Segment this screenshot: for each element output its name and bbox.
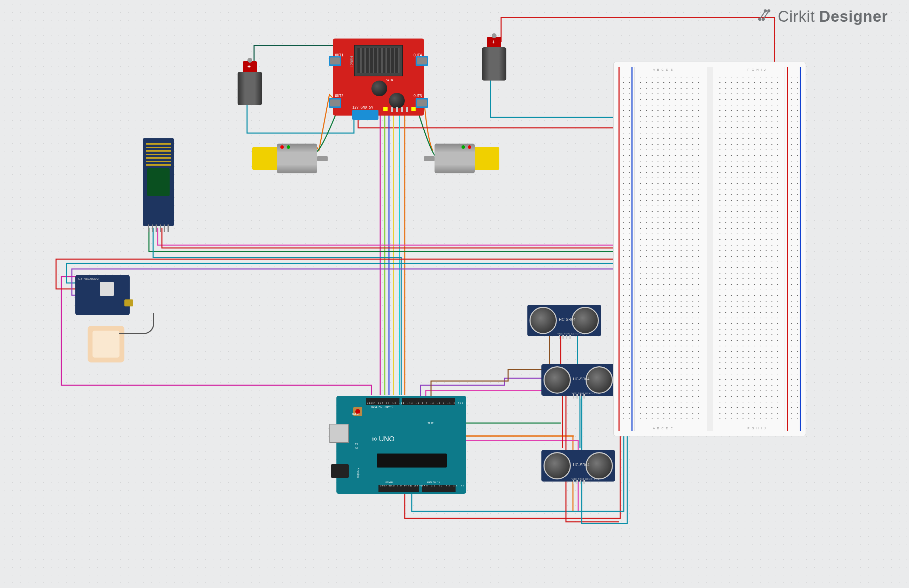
l298n-out2-label: OUT2 bbox=[335, 94, 343, 98]
arduino-atmega-chip bbox=[377, 454, 447, 467]
l298n-out4-label: OUT4 bbox=[414, 53, 422, 57]
l298n-motor-driver[interactable]: L298N OUT1 OUT2 OUT3 OUT4 12V GND 5V 5VE… bbox=[333, 39, 424, 116]
arduino-name-label: Arduino bbox=[357, 468, 359, 478]
gps-label: GY-NEO6MV2 bbox=[78, 277, 99, 281]
battery-body bbox=[482, 47, 506, 81]
gps-chip bbox=[100, 282, 114, 296]
hcsr04-transducer bbox=[529, 307, 557, 334]
hcsr04-label: HC-SR04 bbox=[573, 463, 589, 467]
l298n-out1-terminal[interactable] bbox=[329, 56, 341, 66]
hcsr04-pins[interactable] bbox=[558, 335, 572, 339]
hcsr04-sensor-1[interactable]: HC-SR04 VCC TRIG ECHO GND bbox=[527, 305, 601, 336]
arduino-model-label: UNO bbox=[379, 435, 394, 443]
hcsr04-pin-labels: VCC TRIG ECHO GND bbox=[571, 392, 600, 394]
arduino-analog-pin-labels: A0 A1 A2 A3 A4 A5 bbox=[424, 485, 466, 487]
logo-sub: Designer bbox=[819, 8, 888, 25]
hcsr04-transducer bbox=[543, 366, 571, 394]
arduino-digital-pin-labels: AREF GND 13 12 ~11 ~10 ~9 8 7 ~6 ~5 4 ~3… bbox=[367, 402, 473, 404]
hcsr04-label: HC-SR04 bbox=[559, 317, 576, 321]
svg-point-0 bbox=[759, 18, 761, 20]
hcsr04-pins[interactable] bbox=[572, 394, 586, 399]
hcsr04-transducer bbox=[543, 452, 571, 480]
l298n-out2-terminal[interactable] bbox=[329, 98, 341, 108]
gps-sma-connector bbox=[125, 299, 133, 307]
svg-point-1 bbox=[762, 18, 764, 20]
hc06-chip bbox=[147, 168, 170, 196]
l298n-capacitor bbox=[372, 81, 387, 96]
arduino-power-jack[interactable] bbox=[331, 464, 349, 478]
gps-neo6m-module[interactable]: GY-NEO6MV2 bbox=[75, 275, 129, 315]
hcsr04-sensor-2[interactable]: HC-SR04 VCC TRIG ECHO GND bbox=[542, 364, 615, 396]
battery-left[interactable]: + bbox=[238, 61, 262, 107]
hcsr04-transducer bbox=[571, 307, 599, 334]
gps-antenna-cable bbox=[119, 313, 154, 334]
l298n-control-pins[interactable] bbox=[382, 107, 417, 112]
arduino-reset-label: RESET bbox=[352, 412, 359, 415]
arduino-logo: ∞ UNO bbox=[372, 434, 395, 443]
plus-icon: + bbox=[247, 63, 251, 70]
breadboard-power-rail-right[interactable] bbox=[784, 67, 802, 431]
motor-shaft bbox=[317, 156, 328, 161]
hc06-pins[interactable] bbox=[147, 225, 170, 232]
arduino-uno[interactable]: ∞ UNO DIGITAL (PWM=~) RESET ICSP TX RX P… bbox=[336, 396, 466, 494]
motor-gearbox bbox=[475, 147, 499, 170]
battery-body bbox=[238, 72, 262, 105]
breadboard-main-area[interactable]: A B C D E F G H I J A B C D E F G H I J bbox=[636, 67, 783, 431]
hcsr04-pin-labels: VCC TRIG ECHO GND bbox=[571, 478, 600, 480]
logo-brand: Cirkit bbox=[778, 8, 815, 25]
l298n-out3-terminal[interactable] bbox=[416, 98, 428, 108]
motor-gearbox bbox=[252, 147, 277, 170]
arduino-power-section-label: POWER bbox=[385, 481, 393, 484]
arduino-usb-port[interactable] bbox=[329, 424, 349, 443]
breadboard[interactable]: A B C D E F G H I J A B C D E F G H I J bbox=[613, 61, 806, 436]
hcsr04-pin-labels: VCC TRIG ECHO GND bbox=[558, 333, 586, 335]
l298n-5ven-label: 5VEN bbox=[386, 79, 393, 82]
hcsr04-transducer bbox=[586, 452, 613, 480]
hc06-bluetooth-module[interactable] bbox=[143, 138, 174, 226]
breadboard-power-rail-left[interactable] bbox=[617, 67, 635, 431]
l298n-capacitor bbox=[389, 93, 405, 108]
l298n-power-terminal[interactable] bbox=[352, 110, 378, 120]
arduino-rx-label: RX bbox=[355, 446, 358, 449]
l298n-out4-terminal[interactable] bbox=[416, 56, 428, 66]
l298n-out3-label: OUT3 bbox=[414, 94, 422, 98]
hcsr04-transducer bbox=[586, 366, 613, 394]
plus-icon: + bbox=[492, 39, 495, 45]
hcsr04-sensor-3[interactable]: HC-SR04 VCC TRIG ECHO GND bbox=[542, 450, 615, 481]
hcsr04-pins[interactable] bbox=[572, 480, 586, 485]
battery-right[interactable]: + bbox=[482, 37, 506, 82]
motor-shaft bbox=[424, 156, 435, 161]
logo-icon bbox=[757, 8, 774, 25]
dc-motor-left[interactable] bbox=[252, 144, 322, 173]
svg-point-3 bbox=[768, 10, 770, 12]
hc06-antenna bbox=[146, 141, 171, 166]
motor-terminal-neg[interactable] bbox=[287, 145, 290, 149]
arduino-digital-section-label: DIGITAL (PWM=~) bbox=[372, 405, 393, 408]
app-logo: Cirkit Designer bbox=[757, 8, 888, 25]
motor-terminal-pos[interactable] bbox=[468, 145, 471, 149]
l298n-chip-label: L298N bbox=[350, 56, 354, 67]
hcsr04-label: HC-SR04 bbox=[573, 377, 589, 381]
arduino-analog-section-label: ANALOG IN bbox=[427, 481, 440, 484]
svg-point-2 bbox=[764, 10, 767, 12]
l298n-pwr-label: 12V GND 5V bbox=[352, 105, 373, 109]
motor-terminal-neg[interactable] bbox=[461, 145, 465, 149]
breadboard-center-gutter bbox=[707, 67, 713, 431]
l298n-heatsink bbox=[354, 45, 403, 76]
dc-motor-right[interactable] bbox=[429, 144, 499, 173]
motor-terminal-pos[interactable] bbox=[280, 145, 284, 149]
arduino-power-pin-labels: IOREF RESET 3.3V 5V GND GND VIN bbox=[380, 485, 424, 487]
arduino-tx-label: TX bbox=[355, 443, 358, 446]
l298n-out1-label: OUT1 bbox=[335, 53, 343, 57]
arduino-icsp-label: ICSP bbox=[427, 422, 433, 425]
